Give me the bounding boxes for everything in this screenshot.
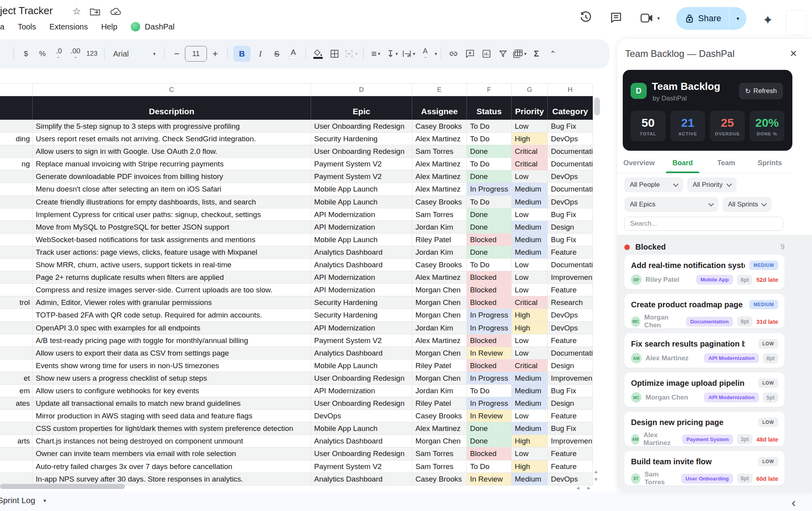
cell-description[interactable]: Chart.js instances not being destroyed o… <box>33 435 311 447</box>
refresh-button[interactable]: ↻ Refresh <box>739 83 783 99</box>
addon-menu-dashpal[interactable]: DashPal <box>131 22 175 31</box>
header-cell[interactable] <box>0 96 33 120</box>
cell-priority[interactable]: Low <box>512 447 548 460</box>
cell-priority[interactable]: Low <box>512 334 548 347</box>
scroll-down-arrow-icon[interactable]: ▾ <box>594 476 598 483</box>
cell-category[interactable]: Feature <box>548 334 593 347</box>
cloud-status-icon[interactable] <box>110 7 122 16</box>
cell-epic[interactable]: User Onboarding Redesign <box>311 447 412 460</box>
cell-category[interactable]: DevOps <box>548 473 593 485</box>
cell-priority[interactable]: Medium <box>512 397 548 410</box>
cell-epic[interactable]: Payment System V2 <box>311 158 412 170</box>
cell-description[interactable]: WebSocket-based notifications for task a… <box>33 234 311 246</box>
cell-priority[interactable]: Medium <box>512 473 548 485</box>
cell-status[interactable]: In Review <box>467 410 512 422</box>
header-cell-epic[interactable]: Epic <box>311 96 412 120</box>
cell-epic[interactable]: Mobile App Launch <box>311 422 412 435</box>
tab-board[interactable]: Board <box>661 153 704 173</box>
cell-epic[interactable]: User Onboarding Redesign <box>311 372 412 385</box>
cell-status[interactable]: Done <box>467 170 512 183</box>
menu-item-cropped[interactable]: a <box>0 22 4 31</box>
cell-category[interactable]: Research <box>548 296 593 309</box>
cell-title-fragment[interactable] <box>0 322 33 334</box>
cell-priority[interactable]: Medium <box>512 385 548 397</box>
filter-people-select[interactable]: All People <box>624 177 683 192</box>
document-title[interactable]: ject Tracker <box>0 5 53 17</box>
table-views-button[interactable]: ▾ <box>513 46 527 62</box>
scroll-left-arrow-icon[interactable]: ◂ <box>576 484 580 491</box>
cell-assignee[interactable]: Casey Brooks <box>412 196 467 208</box>
cell-category[interactable]: Design <box>548 221 593 234</box>
cell-category[interactable]: Documentation <box>548 347 593 360</box>
filter-sprints-select[interactable]: All Sprints <box>722 197 772 212</box>
cell-assignee[interactable]: Riley Patel <box>412 360 467 372</box>
task-card[interactable]: Create product roadmap page MEDIUM MC Mo… <box>624 294 785 328</box>
cell-title-fragment[interactable] <box>0 410 33 422</box>
cell-title-fragment[interactable] <box>0 460 33 473</box>
cell-assignee[interactable]: Casey Brooks <box>412 473 467 485</box>
cell-status[interactable]: In Progress <box>467 309 512 321</box>
cell-epic[interactable]: Security Hardening <box>311 309 412 321</box>
cell-epic[interactable]: API Modernization <box>311 284 412 296</box>
cell-category[interactable]: Feature <box>548 246 593 259</box>
cell-status[interactable]: In Review <box>467 473 512 485</box>
cell-priority[interactable]: Low <box>512 284 548 296</box>
cell-title-fragment[interactable] <box>0 360 33 372</box>
cell-epic[interactable]: API Modernization <box>311 322 412 334</box>
cell-category[interactable]: Feature <box>548 410 593 422</box>
cell-description[interactable]: Move from MySQL to PostgreSQL for better… <box>33 221 311 234</box>
cell-status[interactable]: Blocked <box>467 271 512 284</box>
column-letter[interactable]: G <box>512 83 548 96</box>
cell-title-fragment[interactable] <box>0 170 33 183</box>
column-letter[interactable]: C <box>33 83 311 96</box>
cell-status[interactable]: In Progress <box>467 183 512 195</box>
cell-epic[interactable]: Mobile App Launch <box>311 360 412 372</box>
column-letter[interactable]: E <box>412 83 467 96</box>
avatar[interactable] <box>786 10 807 35</box>
cell-category[interactable]: Documentation <box>548 259 593 271</box>
cell-assignee[interactable]: Morgan Chen <box>412 347 467 360</box>
cell-priority[interactable]: Low <box>512 410 548 422</box>
cell-assignee[interactable]: Sam Torres <box>412 460 467 473</box>
column-letter[interactable]: F <box>467 83 512 96</box>
cell-category[interactable]: Improvement <box>548 435 593 447</box>
cell-description[interactable]: Admin, Editor, Viewer roles with granula… <box>33 296 311 309</box>
cell-epic[interactable]: Payment System V2 <box>311 170 412 183</box>
cell-assignee[interactable]: Jordan Kim <box>412 221 467 234</box>
cell-priority[interactable]: Critical <box>512 360 548 372</box>
vertical-scrollbar-thumb[interactable] <box>594 97 600 115</box>
cell-priority[interactable]: Critical <box>512 158 548 170</box>
cell-priority[interactable]: Low <box>512 120 548 133</box>
cell-epic[interactable]: User Onboarding Redesign <box>311 397 412 410</box>
cell-priority[interactable]: Low <box>512 208 548 221</box>
cell-assignee[interactable]: Riley Patel <box>412 234 467 246</box>
cell-epic[interactable]: Payment System V2 <box>311 334 412 347</box>
italic-button[interactable]: I <box>254 46 267 62</box>
cell-assignee[interactable]: Sam Torres <box>412 447 467 460</box>
cell-assignee[interactable]: Alex Martinez <box>412 334 467 347</box>
cell-description[interactable]: Compress and resize images server-side. … <box>33 284 311 296</box>
cell-title-fragment[interactable] <box>0 334 33 347</box>
cell-assignee[interactable]: Alex Martinez <box>412 183 467 195</box>
cell-epic[interactable]: User Onboarding Redesign <box>311 145 412 158</box>
cell-status[interactable]: Blocked <box>467 334 512 347</box>
cell-description[interactable]: Allow users to configure webhooks for ke… <box>33 385 311 397</box>
cell-priority[interactable]: Critical <box>512 145 548 158</box>
cell-description[interactable]: Implement Cypress for critical user path… <box>33 208 311 221</box>
cell-title-fragment[interactable] <box>0 422 33 435</box>
cell-status[interactable]: To Do <box>467 460 512 473</box>
strikethrough-button[interactable]: S <box>270 46 283 62</box>
header-cell-priority[interactable]: Priority <box>512 96 548 120</box>
borders-button[interactable] <box>328 46 341 62</box>
cell-title-fragment[interactable] <box>0 473 33 485</box>
cell-status[interactable]: To Do <box>467 196 512 208</box>
cell-description[interactable]: In-app NPS survey after 30 days. Store r… <box>33 473 311 485</box>
merge-cells-button[interactable]: ▾ <box>344 46 358 62</box>
move-folder-icon[interactable] <box>90 7 101 16</box>
cell-status[interactable]: Done <box>467 145 512 158</box>
cell-priority[interactable]: Low <box>512 170 548 183</box>
cell-title-fragment[interactable] <box>0 196 33 208</box>
cell-status[interactable]: In Progress <box>467 397 512 410</box>
cell-description[interactable]: Generate downloadable PDF invoices from … <box>33 170 311 183</box>
cell-status[interactable]: To Do <box>467 133 512 145</box>
